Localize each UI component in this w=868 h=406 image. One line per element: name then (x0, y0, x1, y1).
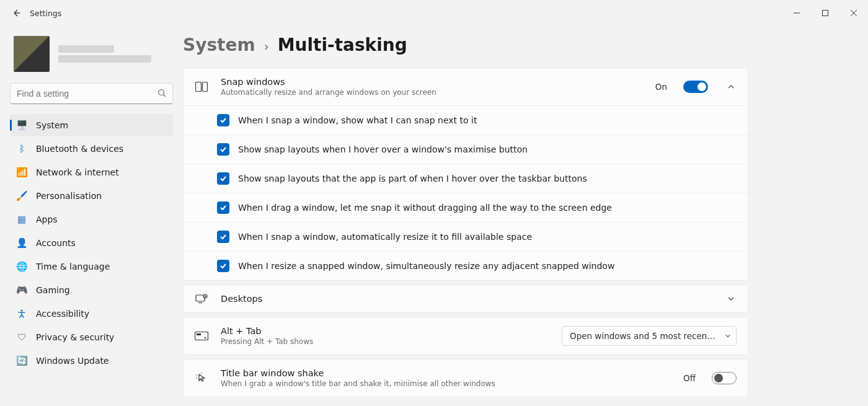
main-panel: System › Multi-tasking Snap windows Auto… (183, 26, 868, 406)
nav-privacy[interactable]: 🛡 Privacy & security (10, 326, 173, 348)
nav-accessibility[interactable]: Accessibility (10, 302, 173, 325)
sidebar: 🖥️ System ᛒ Bluetooth & devices 📶 Networ… (0, 26, 183, 406)
chevron-up-icon[interactable] (725, 83, 737, 90)
nav-label: Bluetooth & devices (36, 144, 123, 154)
accessibility-icon (16, 309, 27, 319)
nav-personalisation[interactable]: 🖌️ Personalisation (10, 185, 173, 207)
nav-label: Privacy & security (36, 332, 114, 342)
snap-option-row[interactable]: Show snap layouts that the app is part o… (184, 164, 748, 193)
search-input[interactable] (17, 89, 157, 99)
nav-label: Accounts (36, 238, 76, 248)
snap-option-row[interactable]: Show snap layouts when I hover over a wi… (184, 135, 748, 164)
person-icon: 👤 (16, 237, 27, 249)
title-bar-shake-header[interactable]: Title bar window shake When I grab a win… (184, 360, 748, 397)
bluetooth-icon: ᛒ (16, 143, 27, 154)
alt-tab-header[interactable]: Alt + Tab Pressing Alt + Tab shows Open … (184, 317, 748, 355)
card-subtitle: Automatically resize and arrange windows… (221, 88, 643, 97)
nav-accounts[interactable]: 👤 Accounts (10, 232, 173, 254)
svg-line-5 (164, 94, 166, 97)
refresh-icon: 🔄 (16, 355, 27, 366)
checkbox-checked[interactable] (217, 231, 229, 243)
svg-line-19 (201, 373, 202, 374)
titlebar: Settings (0, 0, 868, 26)
checkbox-checked[interactable] (217, 143, 229, 156)
nav-label: Apps (36, 214, 58, 224)
minimize-button[interactable] (782, 4, 811, 22)
shield-icon: 🛡 (16, 332, 27, 343)
svg-rect-15 (197, 333, 201, 335)
app-title: Settings (30, 9, 61, 18)
nav-windows-update[interactable]: 🔄 Windows Update (10, 350, 173, 372)
breadcrumb: System › Multi-tasking (183, 35, 843, 55)
snap-layout-icon (195, 82, 208, 92)
nav-time-language[interactable]: 🌐 Time & language (10, 255, 173, 278)
chevron-down-icon (725, 331, 731, 341)
option-label: When I snap a window, show what I can sn… (238, 115, 477, 125)
nav-label: System (36, 120, 68, 130)
option-label: Show snap layouts that the app is part o… (238, 174, 587, 183)
option-label: When I resize a snapped window, simultan… (238, 261, 614, 271)
checkbox-checked[interactable] (217, 172, 229, 185)
search-box[interactable] (10, 83, 173, 104)
snap-windows-header[interactable]: Snap windows Automatically resize and ar… (184, 68, 748, 105)
card-subtitle: Pressing Alt + Tab shows (221, 337, 549, 346)
title-bar-shake-card: Title bar window shake When I grab a win… (183, 359, 748, 397)
nav-bluetooth[interactable]: ᛒ Bluetooth & devices (10, 138, 173, 160)
nav-label: Network & internet (36, 167, 119, 177)
checkbox-checked[interactable] (217, 114, 229, 126)
nav-label: Windows Update (36, 356, 109, 366)
svg-rect-1 (823, 11, 828, 16)
nav-label: Gaming (36, 285, 70, 295)
nav-gaming[interactable]: 🎮 Gaming (10, 279, 173, 301)
svg-line-17 (197, 375, 198, 376)
snap-windows-toggle[interactable] (683, 81, 708, 93)
profile-text (58, 43, 151, 65)
maximize-button[interactable] (811, 4, 839, 22)
alt-tab-card: Alt + Tab Pressing Alt + Tab shows Open … (183, 317, 748, 355)
select-value: Open windows and 5 most recent tabs in M (570, 331, 719, 341)
svg-point-16 (205, 337, 206, 339)
snap-option-row[interactable]: When I snap a window, show what I can sn… (184, 105, 748, 135)
option-label: When I snap a window, automatically resi… (238, 232, 532, 242)
nav-network[interactable]: 📶 Network & internet (10, 161, 173, 183)
nav-system[interactable]: 🖥️ System (10, 114, 173, 136)
svg-rect-8 (203, 82, 208, 92)
card-title: Snap windows (221, 77, 643, 87)
display-icon: 🖥️ (16, 120, 27, 131)
snap-option-row[interactable]: When I resize a snapped window, simultan… (184, 251, 748, 280)
card-title: Title bar window shake (221, 368, 671, 378)
breadcrumb-parent[interactable]: System (183, 35, 255, 55)
checkbox-checked[interactable] (217, 260, 229, 272)
back-button[interactable] (9, 6, 24, 20)
svg-point-6 (20, 309, 22, 311)
snap-windows-card: Snap windows Automatically resize and ar… (183, 68, 748, 281)
alt-tab-select[interactable]: Open windows and 5 most recent tabs in M (562, 326, 737, 346)
network-icon: 📶 (16, 167, 27, 178)
desktops-header[interactable]: Desktops (184, 285, 748, 312)
nav-label: Accessibility (36, 309, 89, 319)
avatar (14, 36, 50, 72)
svg-rect-7 (196, 82, 202, 92)
profile-block[interactable] (10, 32, 173, 83)
option-label: Show snap layouts when I hover over a wi… (238, 144, 528, 154)
globe-icon: 🌐 (16, 261, 27, 272)
chevron-right-icon: › (264, 39, 269, 54)
toggle-state-label: Off (683, 373, 696, 383)
brush-icon: 🖌️ (16, 190, 27, 201)
title-bar-shake-toggle[interactable] (712, 372, 737, 384)
apps-icon: ▦ (16, 214, 27, 225)
chevron-down-icon[interactable] (725, 295, 737, 302)
snap-option-row[interactable]: When I snap a window, automatically resi… (184, 222, 748, 251)
snap-option-row[interactable]: When I drag a window, let me snap it wit… (184, 193, 748, 222)
toggle-state-label: On (655, 82, 667, 92)
cursor-shake-icon (195, 373, 208, 384)
checkbox-checked[interactable] (217, 201, 229, 214)
window-controls (782, 4, 868, 22)
desktops-card: Desktops (183, 285, 748, 313)
nav-label: Personalisation (36, 191, 102, 201)
alt-tab-icon (195, 332, 208, 340)
close-button[interactable] (839, 4, 868, 22)
nav-apps[interactable]: ▦ Apps (10, 208, 173, 231)
gamepad-icon: 🎮 (16, 285, 27, 296)
card-subtitle: When I grab a window's title bar and sha… (221, 379, 671, 388)
